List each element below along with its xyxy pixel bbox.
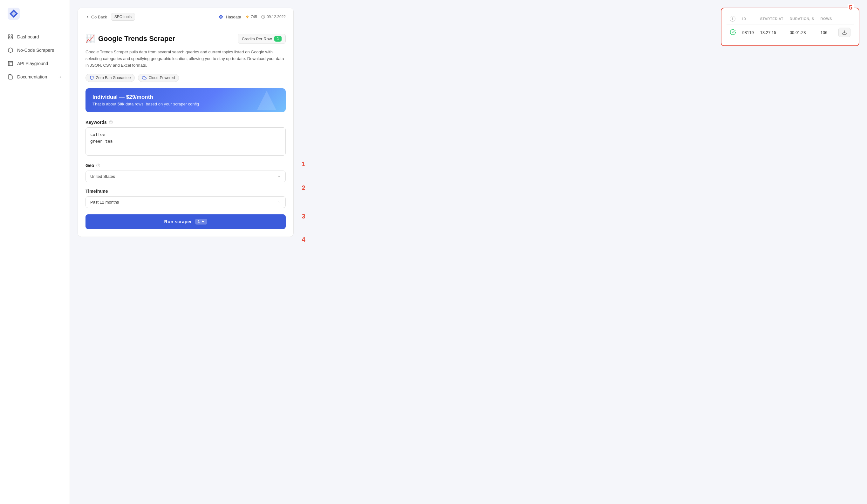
card-body: 📈 Google Trends Scraper Credits Per Row …: [78, 26, 293, 237]
col-actions: [835, 13, 854, 24]
annotation-timeframe: 3: [299, 211, 308, 220]
col-duration: DURATION, S: [786, 13, 817, 24]
timeframe-field-group: Timeframe Past 12 months Past 5 years Pa…: [85, 189, 286, 208]
row-status-cell: [727, 24, 739, 41]
main-content: Go Back SEO tools Hasdata 745: [70, 0, 867, 504]
scraper-title-text: Google Trends Scraper: [98, 35, 175, 43]
sidebar-logo: [0, 8, 69, 31]
promo-subtitle: That is about 50k data rows, based on yo…: [93, 102, 279, 106]
help-icon: [109, 120, 113, 124]
promo-highlight: 50k: [118, 102, 125, 106]
table-header-row: i ID STARTED AT DURATION, S ROWS: [727, 13, 854, 24]
chevron-left-icon: [85, 14, 90, 19]
keywords-label-text: Keywords: [85, 120, 107, 125]
svg-marker-12: [202, 220, 204, 223]
api-icon: [8, 61, 13, 66]
sidebar-item-scrapers-label: No-Code Scrapers: [17, 48, 54, 53]
promo-sub-prefix: That is about: [93, 102, 118, 106]
keywords-input[interactable]: [85, 127, 286, 155]
geo-select[interactable]: United States United Kingdom Canada Germ…: [85, 171, 286, 182]
svg-rect-3: [8, 37, 10, 39]
right-panel-container: 5 i ID STARTED AT DURATION, S ROWS: [721, 8, 859, 46]
lightning-icon: [245, 14, 249, 19]
date-value: 09.12.2022: [267, 14, 286, 19]
geo-field-group: Geo United States United Kingdom Canada …: [85, 163, 286, 182]
sidebar-item-scrapers[interactable]: No-Code Scrapers: [0, 44, 69, 56]
svg-marker-6: [246, 15, 249, 19]
brand-icon: [218, 14, 224, 20]
brand-name: Hasdata: [226, 14, 241, 19]
run-button-label: Run scraper: [164, 219, 192, 224]
tags-row: Zero Ban Guarantee Cloud-Powered: [85, 74, 286, 82]
credits-per-row-label: Credits Per Row: [242, 36, 272, 41]
docs-icon: [8, 74, 13, 80]
cloud-icon: [142, 76, 147, 80]
lightning-small-icon: [201, 220, 205, 223]
sidebar-item-api[interactable]: API Playground: [0, 57, 69, 69]
zero-ban-tag: Zero Ban Guarantee: [85, 74, 135, 82]
results-panel: 5 i ID STARTED AT DURATION, S ROWS: [721, 8, 859, 46]
run-badge: 1: [195, 219, 207, 224]
scraper-title-row: 📈 Google Trends Scraper Credits Per Row …: [85, 34, 286, 44]
timeframe-label: Timeframe: [85, 189, 286, 194]
promo-title: Individual — $29/month: [93, 94, 279, 100]
credits-per-row-badge: Credits Per Row 1: [238, 34, 286, 44]
cloud-tag: Cloud-Powered: [138, 74, 179, 82]
results-table: i ID STARTED AT DURATION, S ROWS: [727, 13, 854, 40]
help-icon-geo: [96, 163, 100, 168]
svg-rect-1: [8, 35, 10, 36]
cloud-label: Cloud-Powered: [148, 76, 175, 80]
shield-icon: [89, 76, 94, 80]
success-icon: [730, 29, 736, 35]
col-rows: ROWS: [817, 13, 835, 24]
timeframe-label-text: Timeframe: [85, 189, 108, 194]
sidebar-item-docs[interactable]: Documentation →: [0, 71, 69, 83]
brand-logo: Hasdata: [218, 14, 241, 20]
logo-icon: [8, 8, 20, 20]
annotations-column: 1 2 3 4: [299, 8, 308, 248]
back-button[interactable]: Go Back: [85, 14, 107, 19]
sidebar-item-api-label: API Playground: [17, 61, 48, 66]
info-icon: i: [730, 16, 736, 22]
geo-label-text: Geo: [85, 163, 94, 168]
clock-icon: [261, 14, 265, 19]
row-rows: 106: [817, 24, 835, 41]
date-badge: 09.12.2022: [261, 14, 286, 19]
results-annotation: 5: [848, 4, 854, 11]
sidebar-item-docs-label: Documentation: [17, 74, 47, 79]
row-id: 98119: [739, 24, 757, 41]
sidebar-nav: Dashboard No-Code Scrapers API Playgroun…: [0, 31, 69, 83]
scraper-title: 📈 Google Trends Scraper: [85, 34, 175, 43]
geo-label: Geo: [85, 163, 286, 168]
download-button[interactable]: [838, 28, 850, 37]
svg-rect-4: [11, 37, 13, 39]
annotation-geo: 2: [299, 183, 308, 191]
promo-sub-suffix: data rows, based on your scraper config: [124, 102, 199, 106]
svg-rect-5: [8, 61, 13, 66]
promo-banner: Individual — $29/month That is about 50k…: [85, 88, 286, 112]
row-started-at: 13:27:15: [757, 24, 786, 41]
annotation-run: 4: [299, 235, 308, 243]
zero-ban-label: Zero Ban Guarantee: [96, 76, 131, 80]
keywords-field-group: Keywords: [85, 120, 286, 156]
table-row: 98119 13:27:15 00:01:28 106: [727, 24, 854, 41]
timeframe-select[interactable]: Past 12 months Past 5 years Past 30 days…: [85, 196, 286, 208]
row-duration: 00:01:28: [786, 24, 817, 41]
scraper-description: Google Trends Scraper pulls data from se…: [85, 49, 286, 69]
run-badge-value: 1: [198, 219, 200, 224]
credits-value: 745: [251, 14, 257, 19]
card-header: Go Back SEO tools Hasdata 745: [78, 8, 293, 26]
main-left: Go Back SEO tools Hasdata 745: [77, 8, 713, 248]
trend-icon: 📈: [85, 34, 95, 43]
scraper-card: Go Back SEO tools Hasdata 745: [77, 8, 294, 237]
arrow-right-icon: →: [57, 74, 62, 79]
download-icon: [842, 30, 847, 35]
scrapers-icon: [8, 47, 13, 53]
run-scraper-button[interactable]: Run scraper 1: [85, 215, 286, 229]
credits-badge: 745: [245, 14, 257, 19]
sidebar-item-dashboard[interactable]: Dashboard: [0, 31, 69, 43]
credits-per-row-value: 1: [274, 36, 281, 42]
row-download-cell: [835, 24, 854, 41]
dashboard-icon: [8, 34, 13, 40]
svg-rect-2: [11, 35, 13, 36]
